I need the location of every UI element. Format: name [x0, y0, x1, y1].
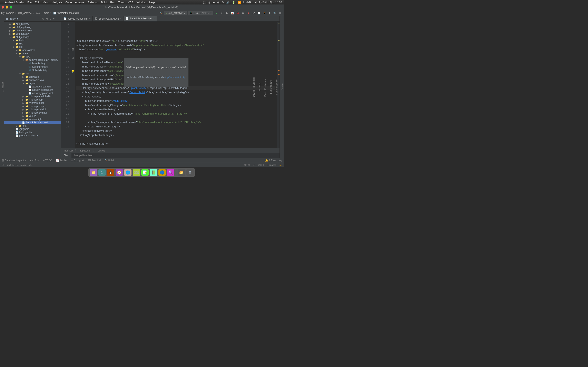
menu-code[interactable]: Code — [66, 1, 72, 4]
caret-position[interactable]: 12:49 — [244, 164, 250, 166]
status-icon[interactable]: ▶ — [213, 1, 215, 4]
settings-icon[interactable]: ⚙ — [53, 17, 55, 20]
status-icon[interactable]: ⬚ — [203, 1, 206, 4]
project-tree[interactable]: ▶📁c03_listview▶📁c03_mydialog▶📁c03_mylist… — [4, 22, 61, 158]
tree-item[interactable]: ▶📁c04_activity — [4, 32, 61, 35]
user-name[interactable]: 叶小默 — [243, 0, 251, 4]
tool-terminal[interactable]: ⌨ Terminal — [87, 159, 101, 162]
collapse-icon[interactable]: ⊟ — [49, 17, 52, 20]
tree-item[interactable]: ⒸSecondActivity — [4, 65, 61, 68]
tool-device-explorer[interactable]: Device File Explorer — [252, 77, 255, 97]
dock-app[interactable]: 🌐 — [124, 169, 131, 176]
crumb[interactable]: 📄 AndroidManifest.xml — [53, 12, 79, 15]
tree-item[interactable]: ▶📁mipmap-mdpi — [4, 101, 61, 105]
icon-gutter-icon[interactable]: 🖼 — [71, 56, 75, 60]
tree-item[interactable]: ▶📁drawable-v24 — [4, 78, 61, 82]
event-log[interactable]: 🔔 1 Event Log — [265, 159, 282, 162]
subtab-text[interactable]: Text — [61, 153, 71, 158]
tree-item[interactable]: 📄AndroidManifest.xml — [4, 121, 61, 124]
menu-view[interactable]: View — [43, 1, 48, 4]
sync-icon[interactable]: 🔄 — [257, 11, 261, 15]
menu-file[interactable]: File — [27, 1, 32, 4]
profile-button[interactable]: 📊 — [230, 11, 234, 15]
menu-help[interactable]: Help — [149, 1, 155, 4]
encoding[interactable]: UTF-8 — [258, 164, 264, 166]
tool-profiler[interactable]: 📈 Profiler — [56, 159, 67, 162]
tree-item[interactable]: ▶📁c03_mylistview — [4, 29, 61, 32]
tree-item[interactable]: 📄proguard-rules.pro — [4, 134, 61, 137]
dock-app[interactable]: 📝 — [141, 169, 149, 176]
tree-item[interactable]: ⒸMainActivity — [4, 62, 61, 65]
clock[interactable]: 1月15日 周五 16:10 — [259, 0, 282, 4]
menu-build[interactable]: Build — [101, 1, 107, 4]
crumb[interactable]: c04_activity2 — [18, 12, 32, 15]
battery-icon[interactable]: 🔋 — [232, 1, 235, 4]
intention-bulb-icon[interactable]: 💡 — [71, 69, 75, 74]
editor-tab[interactable]: 📄activity_splash.xml× — [61, 16, 93, 21]
crumb[interactable]: activity — [98, 149, 105, 152]
tree-item[interactable]: 📄build.gradle — [4, 131, 61, 134]
tool-project[interactable]: 1: Project — [1, 82, 4, 92]
tree-item[interactable]: ▼📁src — [4, 45, 61, 49]
dock-app[interactable]: 🗑 — [186, 169, 194, 176]
tree-item[interactable]: ▶📁values — [4, 114, 61, 118]
dock-app[interactable]: 🗂 — [98, 169, 106, 176]
volume-icon[interactable]: 🔊 — [226, 1, 229, 4]
expand-icon[interactable]: ⇆ — [46, 17, 48, 20]
code-content[interactable]: 💡 [MyExample.c04_activity2] com.yexiaomo… — [75, 22, 277, 148]
tool-gradle[interactable]: Gradle — [281, 83, 284, 90]
avd-icon[interactable]: 📱 — [262, 11, 267, 15]
window-close-button[interactable] — [2, 6, 4, 8]
wifi-icon[interactable]: 📶 — [238, 1, 241, 4]
device-select[interactable]: 📱Pixel 3 API 19▾ — [188, 11, 213, 15]
tree-item[interactable]: ▶📁drawable — [4, 75, 61, 78]
run-button[interactable]: ▶ — [214, 11, 219, 15]
tree-item[interactable]: ▶📁mipmap-xxhdpi — [4, 108, 61, 111]
crumb[interactable]: MyExample — [1, 12, 14, 15]
tree-item[interactable]: 📄activity_second.xml — [4, 88, 61, 92]
tree-item[interactable]: 📁libs — [4, 42, 61, 45]
tree-item[interactable]: 📄.gitignore — [4, 127, 61, 131]
menu-run[interactable]: Run — [110, 1, 115, 4]
dock-app[interactable]: 📂 — [178, 169, 185, 176]
tool-build[interactable]: 🔨 Build — [104, 159, 114, 162]
menu-refactor[interactable]: Refactor — [88, 1, 98, 4]
lock-icon[interactable]: 🔓 — [279, 164, 282, 166]
crumb[interactable]: main — [44, 12, 49, 15]
tree-item[interactable]: ▼📁res — [4, 72, 61, 75]
status-icon[interactable]: ◎ — [208, 1, 210, 4]
tree-item[interactable]: ▶📁mipmap-anydpi-v26 — [4, 95, 61, 98]
dock-app[interactable]: 🔍 — [167, 169, 174, 176]
git-icon[interactable]: ⎇ — [251, 11, 256, 15]
search-icon[interactable]: 🔍 — [273, 11, 277, 15]
tree-item[interactable]: ▼📁java — [4, 55, 61, 58]
tool-flutter-outline[interactable]: Flutter Outline — [270, 80, 272, 94]
input-icon[interactable]: 🇦 — [254, 1, 256, 4]
coverage-button[interactable]: ▶ — [225, 11, 229, 15]
attach-button[interactable]: ⇊ — [241, 11, 245, 15]
tree-item[interactable]: ▶📁androidTest — [4, 49, 61, 52]
locate-icon[interactable]: ⊕ — [42, 17, 44, 20]
window-maximize-button[interactable] — [10, 6, 12, 8]
tool-flutter-perf[interactable]: Flutter Performance — [264, 77, 267, 97]
tree-item[interactable]: ▶📁mipmap-xhdpi — [4, 105, 61, 108]
tree-item[interactable]: ▶📁c03_mydialog — [4, 26, 61, 29]
editor-tab[interactable]: 📄AndroidManifest.xml× — [123, 16, 157, 21]
dock-app[interactable]: 🐧 — [107, 169, 114, 176]
tool-run[interactable]: ▶ 4: Run — [30, 159, 39, 162]
tree-item[interactable]: ▼📁main — [4, 52, 61, 55]
tree-item[interactable]: ▶📁test — [4, 124, 61, 127]
menu-vcs[interactable]: VCS — [128, 1, 133, 4]
close-icon[interactable]: × — [89, 17, 90, 20]
dock-app[interactable]: 🧭 — [116, 169, 123, 176]
tree-item[interactable]: ▶📁build — [4, 39, 61, 42]
tool-db-inspector[interactable]: 🗄 Database Inspector — [2, 159, 26, 162]
icon-gutter-icon[interactable]: 🖼 — [71, 47, 75, 52]
project-view-select[interactable]: ▦ Project ▾ — [6, 17, 18, 20]
settings-icon[interactable]: ▦ — [278, 11, 282, 15]
crumb[interactable]: manifest — [64, 149, 73, 152]
menu-navigate[interactable]: Navigate — [52, 1, 62, 4]
status-icon[interactable]: S — [222, 1, 224, 4]
hide-icon[interactable]: — — [57, 17, 60, 20]
dock-app[interactable]: 📁 — [90, 169, 97, 176]
